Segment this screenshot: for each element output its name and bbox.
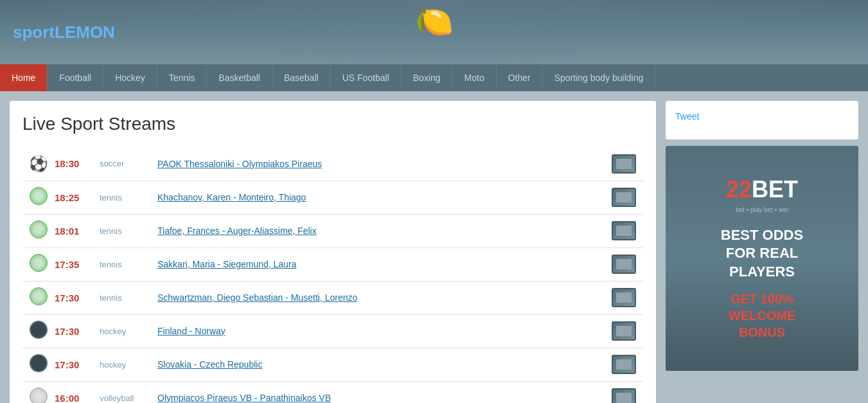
table-row: 17:30 hockey Slovakia - Czech Republic <box>22 348 643 381</box>
sport-label: tennis <box>100 247 157 281</box>
sport-icon-cell: ⚽ <box>22 147 55 181</box>
tennis-icon <box>30 254 48 272</box>
tennis-icon <box>30 287 48 305</box>
table-row: 17:30 hockey Finland - Norway <box>22 314 643 348</box>
match-title[interactable]: Tiafoe, Frances - Auger-Aliassime, Felix <box>157 214 605 247</box>
volleyball-icon <box>30 388 48 403</box>
sport-label: soccer <box>100 147 157 181</box>
nav-item-us-football[interactable]: US Football <box>331 64 402 91</box>
tennis-icon <box>30 220 48 238</box>
nav-item-basketball[interactable]: Basketball <box>207 64 272 91</box>
watch-button[interactable] <box>605 348 643 381</box>
sport-label: hockey <box>100 348 157 381</box>
nav-bar: Home Football Hockey Tennis Basketball B… <box>0 64 868 91</box>
page-title: Live Sport Streams <box>22 114 643 134</box>
match-time: 17:30 <box>55 281 100 314</box>
match-title[interactable]: Finland - Norway <box>157 314 605 348</box>
bet-main-text: BEST ODDSFOR REALPLAYERS <box>721 226 803 282</box>
tweet-box: Tweet <box>666 101 858 139</box>
match-time: 18:25 <box>55 181 100 214</box>
sport-label: tennis <box>100 214 157 247</box>
sidebar: Tweet 22BET bet • play bet • win BEST OD… <box>666 101 858 403</box>
match-title[interactable]: Sakkari, Maria - Siegemund, Laura <box>157 247 605 281</box>
sport-icon-cell <box>22 348 55 381</box>
tv-icon[interactable] <box>612 188 636 207</box>
lemon-icon: 🍋 <box>415 3 454 39</box>
match-time: 18:30 <box>55 147 100 181</box>
watch-button[interactable] <box>605 314 643 348</box>
bet-name: BET <box>752 176 798 202</box>
nav-item-other[interactable]: Other <box>497 64 543 91</box>
table-row: 17:35 tennis Sakkari, Maria - Siegemund,… <box>22 247 643 281</box>
table-row: 16:00 volleyball Olympiacos Piraeus VB -… <box>22 381 643 403</box>
logo-suffix: LEMON <box>55 22 115 42</box>
table-row: 18:25 tennis Khachanov, Karen - Monteiro… <box>22 181 643 214</box>
watch-button[interactable] <box>605 181 643 214</box>
watch-button[interactable] <box>605 214 643 247</box>
table-row: ⚽ 18:30 soccer PAOK Thessaloniki - Olymp… <box>22 147 643 181</box>
table-row: 18:01 tennis Tiafoe, Frances - Auger-Ali… <box>22 214 643 247</box>
sport-label: tennis <box>100 181 157 214</box>
tv-icon[interactable] <box>612 355 636 374</box>
sport-label: tennis <box>100 281 157 314</box>
bet-logo: 22BET <box>726 176 798 203</box>
watch-button[interactable] <box>605 281 643 314</box>
ad-box[interactable]: 22BET bet • play bet • win BEST ODDSFOR … <box>666 146 858 371</box>
nav-item-moto[interactable]: Moto <box>453 64 497 91</box>
hockey-icon <box>30 354 48 372</box>
nav-item-tennis[interactable]: Tennis <box>157 64 207 91</box>
sport-label: volleyball <box>100 381 157 403</box>
tennis-icon <box>30 187 48 205</box>
match-time: 17:30 <box>55 348 100 381</box>
hockey-icon <box>30 321 48 339</box>
tweet-link[interactable]: Tweet <box>675 111 699 121</box>
match-title[interactable]: Olympiacos Piraeus VB - Panathinaikos VB <box>157 381 605 403</box>
sport-icon-cell <box>22 214 55 247</box>
watch-button[interactable] <box>605 147 643 181</box>
watch-button[interactable] <box>605 381 643 403</box>
match-time: 18:01 <box>55 214 100 247</box>
site-logo[interactable]: sportLEMON <box>13 22 115 42</box>
header-banner: sportLEMON 🍋 <box>0 0 868 64</box>
tv-icon[interactable] <box>612 288 636 307</box>
logo-prefix: sport <box>13 22 55 42</box>
sport-icon-cell <box>22 381 55 403</box>
nav-item-hockey[interactable]: Hockey <box>103 64 157 91</box>
watch-button[interactable] <box>605 247 643 281</box>
stream-table: ⚽ 18:30 soccer PAOK Thessaloniki - Olymp… <box>22 147 643 403</box>
match-title[interactable]: Schwartzman, Diego Sebastian - Musetti, … <box>157 281 605 314</box>
table-row: 17:30 tennis Schwartzman, Diego Sebastia… <box>22 281 643 314</box>
nav-item-home[interactable]: Home <box>0 64 48 91</box>
sport-icon-cell <box>22 181 55 214</box>
bet-number: 22 <box>726 176 752 202</box>
bet-tagline: bet • play bet • win <box>736 206 788 213</box>
sport-icon-cell <box>22 314 55 348</box>
soccer-icon: ⚽ <box>29 155 48 172</box>
match-title[interactable]: Slovakia - Czech Republic <box>157 348 605 381</box>
nav-item-football[interactable]: Football <box>48 64 103 91</box>
tv-icon[interactable] <box>612 221 636 240</box>
sport-label: hockey <box>100 314 157 348</box>
nav-item-boxing[interactable]: Boxing <box>402 64 453 91</box>
tv-icon[interactable] <box>612 154 636 174</box>
sport-icon-cell <box>22 281 55 314</box>
content-wrapper: Live Sport Streams ⚽ 18:30 soccer PAOK T… <box>0 91 868 403</box>
match-title[interactable]: PAOK Thessaloniki - Olympiakos Piraeus <box>157 147 605 181</box>
match-time: 16:00 <box>55 381 100 403</box>
tv-icon[interactable] <box>612 388 636 403</box>
main-panel: Live Sport Streams ⚽ 18:30 soccer PAOK T… <box>10 101 656 403</box>
bet-bonus-text: GET 100%WELCOMEBONUS <box>729 291 795 341</box>
tv-icon[interactable] <box>612 255 636 274</box>
tv-icon[interactable] <box>612 321 636 341</box>
nav-item-sporting-body-building[interactable]: Sporting body building <box>543 64 656 91</box>
nav-item-baseball[interactable]: Baseball <box>272 64 331 91</box>
sport-icon-cell <box>22 247 55 281</box>
match-time: 17:35 <box>55 247 100 281</box>
match-time: 17:30 <box>55 314 100 348</box>
match-title[interactable]: Khachanov, Karen - Monteiro, Thiago <box>157 181 605 214</box>
